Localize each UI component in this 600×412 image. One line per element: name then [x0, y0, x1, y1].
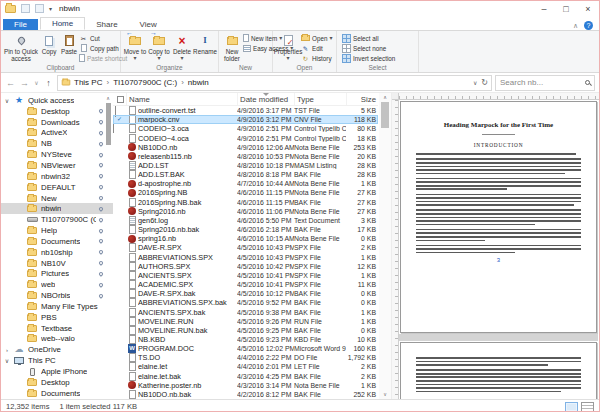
nav-item-web-vaio[interactable]: web--vaio [1, 334, 113, 345]
nav-item-documents[interactable]: Documents [1, 388, 113, 399]
copy-button[interactable]: Copy [39, 32, 59, 63]
qat-new-folder-icon[interactable] [35, 4, 44, 13]
large-icons-view-button[interactable] [581, 402, 594, 412]
qat-properties-icon[interactable] [21, 4, 30, 13]
maximize-button[interactable]: □ [555, 2, 577, 16]
file-row-abbreviations-spx-bak[interactable]: ABBREVIATIONS.SPX.bak4/5/2016 9:52 PMBAK… [113, 298, 378, 307]
nav-item-nb10ship[interactable]: nb10ship [1, 247, 113, 258]
open-button[interactable]: Open▾ [301, 33, 333, 43]
paste-shortcut-button[interactable]: Paste shortcut [79, 53, 123, 63]
file-row-add-lst-bak[interactable]: ADD.LST.BAK4/8/2016 8:18 PMBAK File28 KB [113, 170, 378, 179]
nav-item-downloads[interactable]: Downloads [1, 117, 113, 128]
nav-item-new[interactable]: New [1, 193, 113, 204]
file-row-spring2016-nb[interactable]: Spring2016.nb4/6/2016 11:06 PMNota Bene … [113, 207, 378, 216]
file-row-program-doc[interactable]: WPROGRAM.DOC4/5/2016 12:02 PMMicrosoft W… [113, 344, 378, 353]
file-row-add-lst[interactable]: ADD.LST4/8/2016 10:18 PMMASM Listing28 K… [113, 161, 378, 170]
delete-button[interactable]: × Delete▾ [171, 32, 193, 63]
copy-path-button[interactable]: Copy path [79, 43, 123, 53]
copy-to-button[interactable]: → Copy to▾ [147, 32, 171, 63]
invert-selection-button[interactable]: Invert selection [342, 53, 416, 63]
file-row-codeio-4-oca[interactable]: CODEIO~4.oca4/9/2016 2:51 PMControl Type… [113, 133, 378, 142]
breadcrumb-segment-this-pc[interactable]: This PC [74, 78, 102, 87]
nav-item-nysteve[interactable]: NYSteve [1, 149, 113, 160]
nav-scroll-up-icon[interactable]: ∧ [104, 95, 112, 102]
file-row-elaine-let[interactable]: elaine.let4/4/2016 2:01 PMLET File2 KB [113, 362, 378, 371]
nav-item-documents[interactable]: Documents [1, 236, 113, 247]
scroll-thumb[interactable] [381, 102, 389, 128]
breadcrumb-segment-ti10707900c-c[interactable]: TI10707900C (C:) [113, 78, 177, 87]
select-all-button[interactable]: Select all [342, 33, 416, 43]
file-row-2016spring-nb-bak[interactable]: 2016Spring.NB.bak4/6/2016 11:15 PMBAK Fi… [113, 198, 378, 207]
nav-item-nborbis[interactable]: NBOrbis [1, 290, 113, 301]
file-row-ancients-spx[interactable]: ANCIENTS.SPX4/5/2016 10:41 PMSPX File1 K… [113, 271, 378, 280]
column-header-date-modified[interactable]: Date modified [237, 93, 294, 105]
file-row-moveline-run[interactable]: MOVELINE.RUN4/5/2016 9:26 PMRUN File1 KB [113, 317, 378, 326]
easy-access-button[interactable]: Easy access▾ [243, 43, 273, 53]
help-icon[interactable]: ? [584, 21, 593, 30]
file-row-moveline-run-bak[interactable]: MOVELINE.RUN.bak4/5/2016 9:25 PMBAK File… [113, 326, 378, 335]
file-row-ancients-spx-bak[interactable]: ANCIENTS.SPX.bak4/5/2016 9:38 PMBAK File… [113, 307, 378, 316]
search-input[interactable]: Search nb... [495, 75, 595, 91]
forward-arrow-icon[interactable]: → [19, 78, 30, 88]
file-row-academic-spx[interactable]: ACADEMIC.SPX4/5/2016 10:41 PMSPX File11 … [113, 280, 378, 289]
select-none-button[interactable]: Select none [342, 43, 416, 53]
chevron-down-icon[interactable]: ∨ [4, 97, 10, 104]
breadcrumb-segment-nbwin[interactable]: nbwin [188, 78, 209, 87]
close-button[interactable]: × [577, 2, 599, 16]
chevron-down-icon[interactable]: ∨ [4, 357, 10, 364]
nav-item-apple-iphone[interactable]: Apple iPhone [1, 366, 113, 377]
nav-item-activex[interactable]: ActiveX [1, 128, 113, 139]
file-row-nb10do-nb[interactable]: NB10DO.nb4/9/2016 12:06 AMNota Bene File… [113, 143, 378, 152]
nav-item-this-pc[interactable]: ∨This PC [1, 355, 113, 366]
nav-item-textbase[interactable]: Textbase [1, 323, 113, 334]
address-bar[interactable]: This PC›TI10707900C (C:)›nbwin ∨ ↻ [57, 75, 492, 91]
file-row-dave-r-spx-bak[interactable]: DAVE-R.SPX.bak4/5/2016 10:12 PMBAK File0… [113, 289, 378, 298]
nav-scrollbar[interactable]: ∧ [104, 95, 112, 155]
nav-item-nbwin[interactable]: nbwin [1, 203, 113, 214]
history-button[interactable]: ↻History [301, 53, 333, 63]
column-header-type[interactable]: Type [294, 93, 346, 105]
nav-item-help[interactable]: Help [1, 225, 113, 236]
file-row-dave-r-spx[interactable]: DAVE-R.SPX4/5/2016 10:43 PMSPX File2 KB [113, 243, 378, 252]
nav-item-nbviewer[interactable]: NBViewer [1, 160, 113, 171]
chevron-right-icon[interactable]: › [4, 347, 10, 353]
paste-button[interactable]: Paste [59, 32, 79, 63]
collapse-ribbon-icon[interactable]: ∧ [573, 22, 578, 30]
nav-item-pbs[interactable]: PBS [1, 312, 113, 323]
file-row-spring2016-nb-bak[interactable]: Spring2016.nb.bak4/6/2016 2:18 PMBAK Fil… [113, 225, 378, 234]
nav-item-web[interactable]: web [1, 279, 113, 290]
tab-home[interactable]: Home [40, 17, 85, 30]
move-to-button[interactable]: ← Move to▾ [123, 32, 147, 63]
nav-item-quick-access[interactable]: ∨★Quick access [1, 95, 113, 106]
nav-item-nb[interactable]: NB [1, 138, 113, 149]
qat-customize-chevron-icon[interactable]: ▾ [49, 6, 52, 12]
new-folder-button[interactable]: New folder [221, 32, 243, 63]
checkbox-checked-icon[interactable] [113, 106, 126, 133]
file-row-nb10do-nb-bak[interactable]: NB10DO.nb.bak4/2/2016 8:12 PMBAK File252… [113, 390, 378, 399]
scroll-down-icon[interactable]: ∨ [383, 390, 387, 399]
file-row-spring16-nb[interactable]: spring16.nb4/6/2016 10:15 AMNota Bene Fi… [113, 234, 378, 243]
rename-button[interactable]: I Rename [193, 32, 217, 63]
nav-item-many-file-types[interactable]: Many File Types [1, 301, 113, 312]
tab-share[interactable]: Share [85, 19, 128, 30]
properties-button[interactable]: Properties▾ [275, 32, 301, 63]
nav-item-nbwin32[interactable]: nbwin32 [1, 171, 113, 182]
minimize-button[interactable]: – [533, 2, 555, 16]
new-item-button[interactable]: New item▾ [243, 33, 273, 43]
column-header-size[interactable]: Size [346, 93, 378, 105]
edit-button[interactable]: ✎Edit [301, 43, 333, 53]
file-row-abbreviations-spx[interactable]: ABBREVIATIONS.SPX4/5/2016 10:43 PMSPX Fi… [113, 253, 378, 262]
file-row-katherine-poster-nb[interactable]: Katherine.poster.nb4/3/2016 3:14 PMNota … [113, 381, 378, 390]
recent-locations-chevron-icon[interactable]: ∨ [33, 79, 40, 86]
scroll-up-icon[interactable]: ∧ [383, 93, 387, 102]
nav-item-desktop[interactable]: Desktop [1, 377, 113, 388]
refresh-icon[interactable]: ↻ [481, 78, 488, 87]
up-arrow-icon[interactable]: ↑ [43, 78, 54, 88]
tab-file[interactable]: File [3, 19, 38, 30]
file-row-authors-spx[interactable]: AUTHORS.SPX4/5/2016 10:42 PMSPX File12 K… [113, 262, 378, 271]
nav-item-onedrive[interactable]: ›☁OneDrive [1, 344, 113, 355]
nav-item-pictures[interactable]: Pictures [1, 269, 113, 280]
nav-item-desktop[interactable]: Desktop [1, 106, 113, 117]
column-header-name[interactable]: Name [126, 93, 237, 105]
file-row-nb-kbd[interactable]: NB.KBD4/5/2016 9:23 PMKBD File10 KB [113, 335, 378, 344]
